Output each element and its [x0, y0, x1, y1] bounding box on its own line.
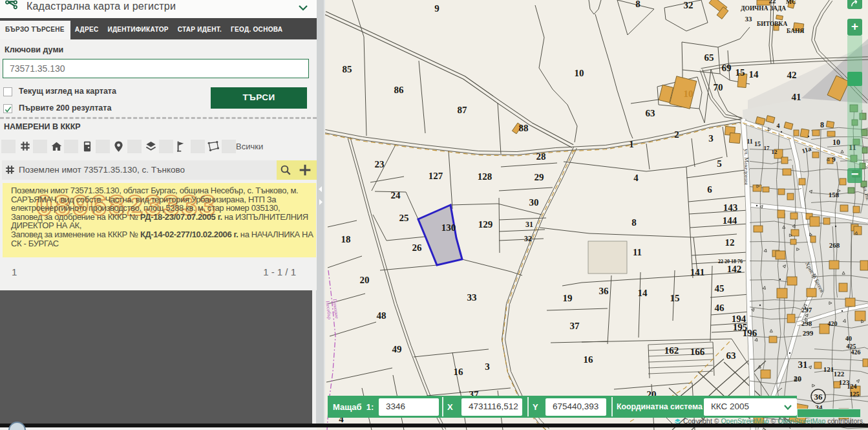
svg-text:5: 5: [717, 158, 722, 169]
svg-text:122: 122: [834, 370, 845, 378]
svg-text:298: 298: [801, 319, 812, 327]
svg-text:4: 4: [633, 173, 639, 183]
svg-text:42: 42: [787, 70, 797, 80]
svg-text:69: 69: [722, 63, 732, 73]
svg-text:87: 87: [458, 105, 468, 115]
svg-text:17: 17: [764, 145, 770, 151]
svg-text:49: 49: [392, 344, 402, 354]
svg-text:4: 4: [777, 122, 780, 129]
svg-text:48: 48: [377, 310, 386, 321]
svg-text:41: 41: [792, 92, 801, 102]
svg-text:31: 31: [525, 220, 533, 229]
svg-text:45: 45: [715, 283, 725, 294]
svg-text:18: 18: [341, 234, 351, 244]
svg-text:162: 162: [664, 345, 679, 356]
svg-text:15: 15: [736, 67, 745, 78]
svg-text:12: 12: [725, 237, 735, 248]
svg-text:30: 30: [529, 197, 539, 208]
svg-text:23: 23: [375, 159, 385, 169]
svg-text:36: 36: [814, 392, 823, 402]
svg-text:143: 143: [723, 202, 738, 213]
svg-text:20: 20: [794, 374, 801, 383]
svg-text:3: 3: [708, 133, 714, 144]
svg-text:124: 124: [847, 383, 857, 390]
svg-text:85: 85: [343, 64, 352, 74]
svg-text:16: 16: [584, 354, 594, 365]
svg-text:88: 88: [519, 123, 529, 133]
svg-text:8: 8: [631, 217, 637, 228]
svg-text:63: 63: [646, 108, 655, 118]
svg-text:МС: МС: [786, 0, 796, 5]
svg-text:297: 297: [801, 306, 812, 314]
svg-text:46: 46: [715, 303, 725, 313]
svg-text:16: 16: [454, 367, 464, 377]
svg-text:14: 14: [749, 69, 759, 80]
svg-text:14: 14: [638, 288, 648, 298]
svg-text:125: 125: [850, 391, 860, 398]
svg-text:37: 37: [570, 321, 580, 331]
svg-text:144: 144: [723, 215, 737, 226]
svg-text:130: 130: [441, 222, 456, 233]
svg-text:2: 2: [674, 129, 679, 140]
svg-text:141: 141: [690, 267, 705, 277]
svg-text:166: 166: [690, 347, 705, 357]
svg-text:10: 10: [684, 89, 693, 99]
svg-text:33: 33: [467, 292, 477, 303]
svg-text:ул. Македония: ул. Македония: [743, 149, 750, 185]
svg-text:15: 15: [670, 293, 680, 303]
svg-text:8: 8: [635, 0, 640, 9]
svg-text:28: 28: [536, 151, 546, 162]
svg-text:12: 12: [772, 149, 778, 155]
svg-text:40: 40: [845, 335, 852, 342]
svg-text:15: 15: [754, 140, 761, 147]
svg-text:128: 128: [478, 171, 492, 182]
svg-text:19: 19: [563, 293, 573, 303]
svg-text:ДОИЧНА ЗАДА: ДОИЧНА ЗАДА: [741, 5, 786, 12]
svg-text:6: 6: [707, 184, 712, 195]
svg-text:142: 142: [727, 264, 742, 274]
svg-text:10: 10: [832, 138, 840, 147]
svg-text:32: 32: [684, 0, 693, 10]
svg-text:БАНЯ: БАНЯ: [787, 28, 804, 34]
svg-text:33: 33: [745, 15, 753, 23]
svg-text:129: 129: [478, 219, 493, 230]
svg-text:86: 86: [394, 85, 405, 95]
svg-text:36: 36: [599, 286, 609, 296]
svg-text:1: 1: [629, 139, 634, 149]
svg-text:11: 11: [746, 138, 752, 145]
svg-text:22 20 18 76: 22 20 18 76: [718, 259, 743, 264]
svg-text:268: 268: [829, 241, 840, 249]
svg-text:299: 299: [803, 329, 814, 337]
svg-text:10: 10: [575, 68, 584, 78]
svg-text:3: 3: [485, 361, 490, 372]
svg-text:158: 158: [829, 191, 840, 199]
svg-text:25: 25: [399, 213, 409, 223]
svg-text:9: 9: [434, 3, 439, 14]
svg-text:9: 9: [832, 155, 836, 163]
svg-text:65: 65: [704, 52, 714, 63]
svg-text:БИТОВКА: БИТОВКА: [757, 21, 787, 27]
svg-text:121: 121: [823, 365, 834, 373]
svg-text:63: 63: [726, 350, 736, 361]
svg-text:8: 8: [820, 120, 824, 129]
svg-text:20: 20: [360, 275, 370, 285]
svg-text:29: 29: [535, 172, 544, 182]
svg-text:22: 22: [769, 0, 777, 5]
svg-text:26: 26: [412, 242, 423, 253]
svg-text:127: 127: [429, 171, 443, 181]
svg-text:426: 426: [851, 349, 861, 356]
svg-text:420: 420: [828, 320, 838, 327]
svg-text:196: 196: [743, 328, 757, 338]
svg-text:11: 11: [633, 247, 642, 257]
svg-text:70: 70: [714, 82, 723, 92]
svg-text:31: 31: [798, 360, 808, 370]
svg-text:24: 24: [391, 190, 401, 200]
svg-text:32: 32: [524, 234, 532, 243]
